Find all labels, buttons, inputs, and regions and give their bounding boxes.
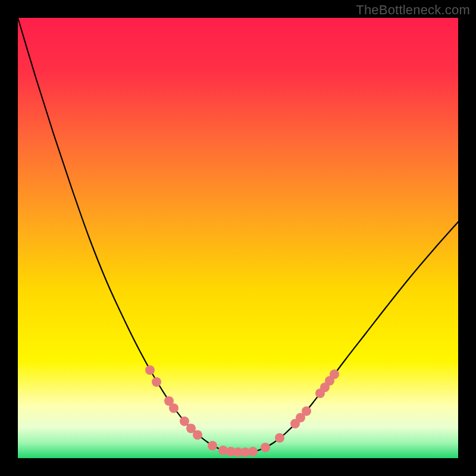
data-dot [193,430,202,440]
curve [18,18,458,458]
plot-area [18,18,458,458]
chart-frame: TheBottleneck.com [0,0,476,476]
data-dot [261,443,270,452]
data-dot [275,433,284,443]
data-dot [152,377,161,387]
data-dot [302,406,311,416]
data-dot [330,369,339,379]
watermark-text: TheBottleneck.com [356,2,470,18]
data-dot [248,447,258,456]
data-dot [208,441,217,450]
data-dot [169,403,178,413]
data-dot [145,365,155,375]
